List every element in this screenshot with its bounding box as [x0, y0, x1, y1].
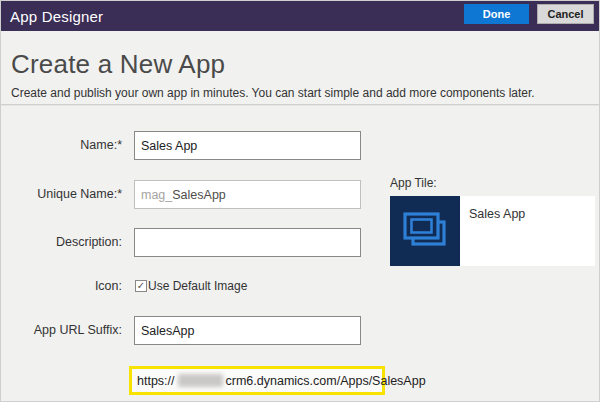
page-subtitle: Create and publish your own app in minut…: [11, 86, 535, 100]
use-default-image-checkbox-row[interactable]: ✓ Use Default Image: [135, 278, 247, 294]
name-label: Name:*: [1, 138, 122, 152]
description-label: Description:: [1, 235, 122, 249]
checkbox-checked-icon[interactable]: ✓: [135, 280, 147, 292]
name-input[interactable]: [134, 131, 361, 160]
unique-name-label: Unique Name:*: [1, 187, 122, 201]
app-url-preview: https:// crm6.dynamics.com/Apps/SalesApp: [129, 366, 385, 395]
app-url-suffix-label: App URL Suffix:: [1, 323, 122, 337]
description-input[interactable]: [134, 228, 361, 257]
unique-name-value: SalesApp: [172, 188, 226, 202]
redacted-org-name: [178, 374, 223, 387]
app-tile-label: App Tile:: [390, 176, 437, 190]
use-default-image-label: Use Default Image: [148, 279, 247, 293]
app-url-suffix-input[interactable]: [134, 316, 361, 345]
url-scheme: https://: [137, 374, 175, 388]
app-designer-dialog: App Designer Done Cancel Create a New Ap…: [0, 0, 600, 402]
done-button[interactable]: Done: [464, 4, 529, 24]
unique-name-prefix: mag_: [141, 188, 172, 202]
icon-label: Icon:: [1, 279, 122, 293]
app-tile-preview: Sales App: [390, 196, 595, 266]
app-tile-body: Sales App: [460, 196, 595, 266]
url-rest: crm6.dynamics.com/Apps/SalesApp: [226, 374, 426, 388]
cancel-button[interactable]: Cancel: [537, 4, 594, 24]
app-tile-icon-box: [390, 196, 460, 266]
divider: [1, 104, 599, 106]
app-tile-name: Sales App: [469, 207, 595, 221]
stacked-app-windows-icon: [402, 211, 448, 251]
app-title: App Designer: [1, 8, 103, 25]
unique-name-input[interactable]: mag_SalesApp: [134, 180, 361, 209]
page-title: Create a New App: [11, 49, 225, 80]
